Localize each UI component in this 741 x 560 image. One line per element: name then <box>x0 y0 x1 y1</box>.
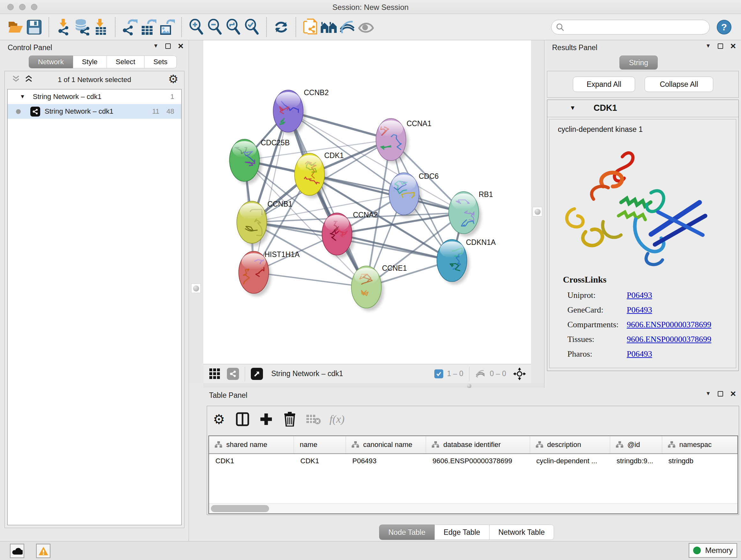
move-crosshair-icon[interactable] <box>513 368 526 380</box>
crosslink-value[interactable]: 9606.ENSP00000378699 <box>627 320 711 329</box>
export-image-icon[interactable] <box>158 17 176 37</box>
refresh-layout-icon[interactable] <box>272 17 290 37</box>
crosslink-value[interactable]: P06493 <box>627 349 652 359</box>
network-node-CCNE1[interactable]: CCNE1 <box>351 264 407 311</box>
node-label-RB1: RB1 <box>479 190 493 199</box>
close-panel-icon[interactable]: × <box>178 43 184 49</box>
hidden-count: 0 – 0 <box>490 369 506 378</box>
crosslink-value[interactable]: P06493 <box>627 291 652 300</box>
zoom-out-icon[interactable] <box>205 17 224 37</box>
crosslink-label: GeneCard: <box>567 305 627 315</box>
network-graph: CCNB2CCNA1CDC25BCDK1CDC6RB1CCNB1CCNA2CDK… <box>203 40 531 364</box>
save-session-icon[interactable] <box>25 17 44 37</box>
gene-section-header[interactable]: ▼ CDK1 <box>547 100 738 117</box>
splitter-right[interactable] <box>531 40 544 388</box>
network-node-CDC25B[interactable]: CDC25B <box>229 138 290 184</box>
function-icon[interactable]: f(x) <box>325 409 349 429</box>
search-input[interactable] <box>564 23 705 31</box>
import-network-database-icon[interactable] <box>73 17 91 37</box>
grid-view-icon[interactable] <box>209 368 220 380</box>
zoom-selected-icon[interactable] <box>243 17 261 37</box>
scrollbar-thumb[interactable] <box>211 505 269 512</box>
open-session-icon[interactable] <box>6 17 25 37</box>
trash-icon[interactable] <box>278 409 301 429</box>
import-network-file-icon[interactable] <box>54 17 73 37</box>
float-panel-icon[interactable] <box>718 44 723 49</box>
network-edge-CCNB2-CCNE1[interactable] <box>288 111 366 287</box>
memory-label: Memory <box>705 546 733 555</box>
crosslink-value[interactable]: P06493 <box>627 305 652 314</box>
cloud-icon[interactable] <box>10 544 24 558</box>
horizontal-scrollbar[interactable] <box>209 503 738 513</box>
tab-node-table[interactable]: Node Table <box>379 524 434 540</box>
tab-edge-table[interactable]: Edge Table <box>434 524 489 540</box>
column-header-namespac[interactable]: namespac <box>662 436 738 453</box>
column-header-canonical-name[interactable]: canonical name <box>346 436 426 453</box>
export-network-icon[interactable] <box>121 17 139 37</box>
splitter-handle[interactable] <box>467 384 471 388</box>
crosslink-label: Compartments: <box>567 320 627 329</box>
panel-menu-icon[interactable]: ▼ <box>705 390 711 397</box>
clone-network-icon[interactable] <box>301 17 320 37</box>
network-node-CCNA1[interactable]: CCNA1 <box>376 118 431 164</box>
columns-icon[interactable] <box>231 409 254 429</box>
network-node-CDC6[interactable]: CDC6 <box>389 172 439 218</box>
add-column-icon[interactable] <box>254 409 278 429</box>
tab-string[interactable]: String <box>619 56 658 70</box>
float-panel-icon[interactable] <box>165 44 171 49</box>
splitter-left[interactable] <box>189 40 203 383</box>
column-header-database-identifier[interactable]: database identifier <box>426 436 530 453</box>
expand-all-button[interactable]: Expand All <box>573 77 635 92</box>
show-hidden-icon[interactable] <box>357 17 375 37</box>
collapse-all-button[interactable]: Collapse All <box>645 77 713 92</box>
table-cell: CDK1 <box>294 454 346 468</box>
network-canvas[interactable]: CCNB2CCNA1CDC25BCDK1CDC6RB1CCNB1CCNA2CDK… <box>203 40 531 364</box>
network-node-CCNB2[interactable]: CCNB2 <box>273 88 329 135</box>
network-node-HIST1H1A[interactable]: HIST1H1A <box>239 250 300 296</box>
houses-icon[interactable] <box>320 17 338 37</box>
tab-network[interactable]: Network <box>29 56 73 68</box>
open-in-window-icon[interactable] <box>251 368 263 380</box>
column-header-shared-name[interactable]: shared name <box>209 436 294 453</box>
column-header-description[interactable]: description <box>530 436 610 453</box>
export-table-icon[interactable] <box>139 17 158 37</box>
network-collection-row[interactable]: ▼ String Network – cdk1 1 <box>8 89 181 104</box>
splitter-handle[interactable] <box>191 284 201 293</box>
gear-icon[interactable]: ⚙ <box>168 72 179 86</box>
tab-select[interactable]: Select <box>107 56 145 68</box>
network-node-RB1[interactable]: RB1 <box>449 190 493 237</box>
import-table-icon[interactable] <box>91 17 110 37</box>
column-header-@id[interactable]: @id <box>610 436 662 453</box>
memory-button[interactable]: Memory <box>689 543 737 558</box>
zoom-in-icon[interactable] <box>187 17 205 37</box>
float-panel-icon[interactable] <box>718 391 723 396</box>
warning-icon[interactable] <box>36 544 51 558</box>
close-panel-icon[interactable]: × <box>730 43 736 49</box>
hide-selected-icon[interactable] <box>338 17 357 37</box>
gear-icon[interactable]: ⚙ <box>207 409 231 429</box>
panel-menu-icon[interactable]: ▼ <box>705 43 711 49</box>
tab-sets[interactable]: Sets <box>145 56 177 68</box>
splitter-handle[interactable] <box>533 207 542 216</box>
column-header-name[interactable]: name <box>294 436 346 453</box>
tab-style[interactable]: Style <box>73 56 107 68</box>
titlebar: Session: New Session <box>0 0 741 14</box>
table-row[interactable]: CDK1CDK1P064939606.ENSP00000378699cyclin… <box>209 454 738 468</box>
tab-network-table[interactable]: Network Table <box>489 524 554 540</box>
collection-expand-icon[interactable]: ▼ <box>20 94 25 100</box>
zoom-fit-icon[interactable] <box>224 17 243 37</box>
help-icon[interactable]: ? <box>717 20 731 35</box>
network-node-CDKN1A[interactable]: CDKN1A <box>437 238 496 285</box>
table-header-row: shared namenamecanonical namedatabase id… <box>209 436 738 454</box>
node-label-CCNE1: CCNE1 <box>382 264 407 272</box>
panel-menu-icon[interactable]: ▼ <box>153 43 158 49</box>
section-expand-icon[interactable]: ▼ <box>569 105 576 111</box>
delete-table-icon[interactable] <box>301 409 325 429</box>
share-view-icon[interactable] <box>227 368 239 380</box>
network-node-CCNB1[interactable]: CCNB1 <box>237 200 292 246</box>
close-panel-icon[interactable]: × <box>730 390 736 397</box>
search-box[interactable] <box>551 20 710 35</box>
network-row[interactable]: String Network – cdk1 11 48 <box>8 104 181 119</box>
crosslink-value[interactable]: 9606.ENSP00000378699 <box>627 334 711 344</box>
selected-checkbox-icon[interactable] <box>434 369 443 378</box>
